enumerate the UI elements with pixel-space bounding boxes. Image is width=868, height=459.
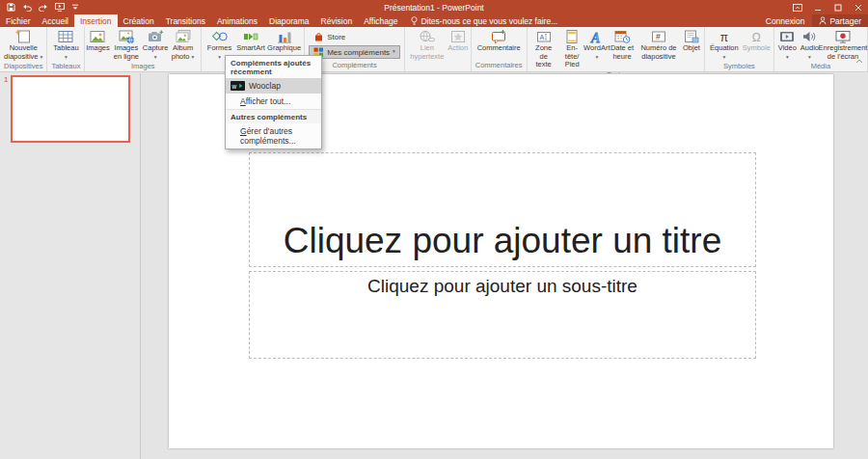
chart-icon <box>276 29 293 44</box>
ribbon-button-zone-de-texte[interactable]: AZone de texte <box>529 27 558 69</box>
ribbon-button-symbole: ΩSymbole <box>742 27 772 61</box>
ribbon-group-tableaux: Tableau ▾Tableaux <box>47 27 85 71</box>
start-slideshow-icon[interactable] <box>55 3 65 12</box>
quick-access-toolbar <box>0 0 79 14</box>
subtitle-placeholder[interactable]: Cliquez pour ajouter un sous-titre <box>249 271 756 359</box>
tab-transitions[interactable]: Transitions <box>160 14 211 27</box>
menu-item-wooclap[interactable]: w Wooclap <box>226 78 321 94</box>
ribbon-button-wordart[interactable]: AWordArt ▾ <box>586 27 608 69</box>
ribbon-button-date-et-heure[interactable]: Date et heure <box>608 27 637 69</box>
ribbon-groups: Nouvelle diapositive ▾DiapositivesTablea… <box>0 27 868 71</box>
chevron-down-icon: ▾ <box>595 54 598 60</box>
chevron-down-icon: ▾ <box>393 49 395 55</box>
header-footer-icon <box>563 29 581 44</box>
wordart-icon: A <box>588 29 606 44</box>
ribbon-group-links: Lien hypertexteAction <box>405 27 472 71</box>
slide-thumbnail[interactable] <box>11 75 130 143</box>
screen-recording-icon <box>834 29 852 44</box>
customize-quick-access-icon[interactable] <box>71 4 79 11</box>
menu-item-show-all[interactable]: Afficher tout... <box>226 94 321 109</box>
share-button[interactable]: Partager <box>812 14 868 27</box>
ribbon-button-lien-hypertexte: Lien hypertexte <box>407 27 448 68</box>
window-title: Présentation1 - PowerPoint <box>0 3 868 13</box>
ribbon-button-store[interactable]: Store <box>309 30 350 43</box>
chevron-down-icon: ▾ <box>65 54 68 60</box>
tab-fichier[interactable]: Fichier <box>0 14 37 27</box>
ribbon-group-images: ImagesImages en ligneCapture ▾Album phot… <box>85 27 202 71</box>
action-icon <box>449 29 467 44</box>
slide-number-icon: # <box>650 29 667 44</box>
window-controls <box>787 0 868 14</box>
ribbon-button-audio[interactable]: Audio ▾ <box>799 27 821 61</box>
ribbon-button-en-tete-pied[interactable]: En-tête/ Pied <box>558 27 586 69</box>
tab-diaporama[interactable]: Diaporama <box>263 14 315 27</box>
tab-accueil[interactable]: Accueil <box>37 14 74 27</box>
ribbon-button-enregistrement-de-l-ecran[interactable]: Enregistrement de l'écran <box>821 27 865 61</box>
title-placeholder[interactable]: Cliquez pour ajouter un titre <box>249 152 756 267</box>
symbol-icon: Ω <box>752 29 761 44</box>
ribbon-group-commentaires: CommentaireCommentaires <box>472 27 528 71</box>
slide-number-label: 1 <box>4 75 8 84</box>
tab-creation[interactable]: Création <box>118 14 160 27</box>
ribbon: Nouvelle diapositive ▾DiapositivesTablea… <box>0 27 868 72</box>
person-icon <box>819 16 827 25</box>
chevron-down-icon: ▾ <box>723 54 726 60</box>
ribbon-group-texte: AZone de texteEn-tête/ PiedAWordArt ▾Dat… <box>528 27 705 71</box>
ribbon-button-video[interactable]: Vidéo ▾ <box>776 27 799 61</box>
tab-revision[interactable]: Révision <box>315 14 359 27</box>
ribbon-button-equation[interactable]: πÉquation ▾ <box>707 27 742 61</box>
sign-in-link[interactable]: Connexion <box>758 14 813 27</box>
addins-other-header: Autres compléments <box>226 109 321 123</box>
svg-text:A: A <box>590 31 600 45</box>
ribbon-button-numero-de-diapositive[interactable]: #Numéro de diapositive <box>637 27 681 69</box>
svg-text:w: w <box>231 83 237 90</box>
ribbon-tab-strip: FichierAccueilInsertionCréationTransitio… <box>0 14 868 27</box>
chevron-down-icon: ▾ <box>41 54 43 60</box>
ribbon-button-images-en-ligne[interactable]: Images en ligne <box>108 27 144 61</box>
ribbon-button-objet[interactable]: Objet <box>681 27 702 69</box>
share-label: Partager <box>829 16 861 26</box>
shapes-icon <box>211 29 229 44</box>
audio-icon <box>800 29 818 44</box>
chevron-down-icon: ▾ <box>154 54 157 60</box>
group-label: Symboles <box>707 61 772 72</box>
ribbon-button-tableau[interactable]: Tableau ▾ <box>49 27 82 61</box>
ribbon-display-options-icon[interactable] <box>787 0 807 14</box>
undo-icon[interactable] <box>22 4 32 12</box>
account-area: Connexion Partager <box>758 14 868 27</box>
menu-item-manage-addins[interactable]: Gérer d'autres compléments... <box>226 123 321 148</box>
comment-icon <box>490 29 507 44</box>
tab-animations[interactable]: Animations <box>211 14 263 27</box>
chevron-down-icon: ▾ <box>218 54 221 60</box>
chevron-down-icon: ▾ <box>786 54 789 60</box>
table-icon <box>57 29 74 44</box>
group-label: Tableaux <box>49 61 82 72</box>
tab-insertion[interactable]: Insertion <box>74 14 118 27</box>
collapse-ribbon-icon[interactable] <box>855 59 863 64</box>
ribbon-button-commentaire[interactable]: Commentaire <box>476 27 521 60</box>
ribbon-button-capture[interactable]: Capture ▾ <box>144 27 167 61</box>
minimize-icon[interactable] <box>807 0 827 14</box>
group-label: Images <box>87 61 199 72</box>
ribbon-button-mes-complements[interactable]: Mes compléments▾ <box>309 45 400 59</box>
maximize-icon[interactable] <box>827 0 848 14</box>
date-time-icon <box>613 29 631 44</box>
svg-text:A: A <box>539 34 544 40</box>
ribbon-button-action: Action <box>448 27 469 68</box>
tell-me-box[interactable]: Dites-nous ce que vous voulez faire... <box>403 14 565 27</box>
ribbon-button-album-photo[interactable]: Album photo ▾ <box>167 27 199 61</box>
ribbon-button-nouvelle-diapositive[interactable]: Nouvelle diapositive ▾ <box>2 27 44 61</box>
lightbulb-icon <box>411 16 418 26</box>
addins-recent-header: Compléments ajoutés récemment <box>226 56 321 78</box>
save-icon[interactable] <box>7 3 15 12</box>
close-icon[interactable] <box>848 0 868 14</box>
title-bar: Présentation1 - PowerPoint <box>0 0 868 14</box>
my-addins-dropdown-menu: Compléments ajoutés récemment w Wooclap … <box>225 55 322 149</box>
ribbon-button-images[interactable]: Images <box>87 27 108 61</box>
redo-icon[interactable] <box>39 4 48 12</box>
new-slide-icon <box>14 29 32 44</box>
ribbon-group-media: Vidéo ▾Audio ▾Enregistrement de l'écranM… <box>774 27 868 71</box>
tab-affichage[interactable]: Affichage <box>358 14 403 27</box>
ribbon-group-symboles: πÉquation ▾ΩSymboleSymboles <box>705 27 774 71</box>
svg-text:#: # <box>656 32 661 41</box>
